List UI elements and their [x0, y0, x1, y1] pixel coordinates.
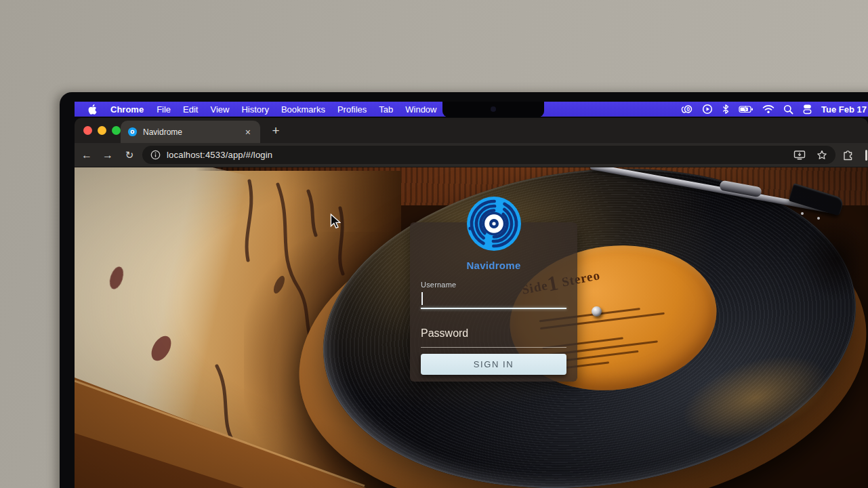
navidrome-login-page: Side1 Stereo — [75, 167, 868, 488]
tab-favicon-navidrome — [127, 127, 138, 137]
address-bar[interactable]: localhost:4533/app/#/login — [142, 146, 835, 164]
profile-avatar-partial[interactable] — [865, 150, 867, 161]
apple-menu-icon[interactable] — [81, 104, 104, 115]
menu-view[interactable]: View — [204, 104, 235, 115]
menubar-app-name[interactable]: Chrome — [104, 104, 150, 115]
forward-button[interactable]: → — [100, 148, 115, 163]
username-input[interactable] — [423, 291, 564, 306]
back-button[interactable]: ← — [79, 148, 94, 163]
turntable-spindle — [592, 306, 602, 317]
camera-dot-icon — [491, 106, 496, 112]
photo-of-laptop: Chrome File Edit View History Bookmarks … — [0, 0, 868, 488]
browser-tab-navidrome[interactable]: Navidrome × — [121, 121, 260, 143]
turntable-shadow — [793, 208, 868, 310]
app-title: Navidrome — [410, 260, 577, 271]
menubar-date[interactable]: Tue Feb 17 — [821, 104, 867, 115]
menu-file[interactable]: File — [150, 104, 177, 115]
svg-text:0: 0 — [686, 106, 690, 113]
password-underline — [421, 347, 566, 348]
reload-button[interactable]: ↻ — [122, 148, 137, 163]
extensions-puzzle-icon[interactable] — [842, 149, 854, 161]
menu-profiles[interactable]: Profiles — [331, 104, 373, 115]
menu-edit[interactable]: Edit — [177, 104, 204, 115]
tab-close-icon[interactable]: × — [243, 126, 253, 138]
wifi-icon[interactable] — [762, 104, 774, 114]
status-app-badge-icon[interactable]: 0 — [681, 104, 693, 115]
menu-bookmarks[interactable]: Bookmarks — [275, 104, 331, 115]
bookmark-star-icon[interactable] — [817, 150, 827, 161]
menubar-left: Chrome File Edit View History Bookmarks … — [75, 104, 473, 115]
omnibox-actions — [793, 146, 827, 164]
password-input[interactable] — [423, 331, 564, 346]
sign-in-button[interactable]: SIGN IN — [421, 354, 566, 375]
save-share-icon[interactable] — [793, 150, 806, 161]
control-center-icon[interactable] — [802, 104, 812, 115]
chrome-tab-strip: Navidrome × + — [75, 118, 868, 143]
new-tab-button[interactable]: + — [266, 121, 286, 141]
username-underline — [421, 308, 566, 309]
bluetooth-icon[interactable] — [722, 104, 730, 115]
site-info-icon[interactable] — [150, 150, 161, 160]
menu-tab[interactable]: Tab — [373, 104, 399, 115]
media-play-icon[interactable] — [702, 104, 713, 115]
camera-notch — [442, 102, 544, 117]
username-label: Username — [421, 281, 456, 289]
battery-charging-icon[interactable] — [739, 104, 753, 115]
menu-history[interactable]: History — [235, 104, 274, 115]
url-text[interactable]: localhost:4533/app/#/login — [167, 150, 272, 160]
laptop-screen: Chrome File Edit View History Bookmarks … — [75, 102, 868, 488]
menubar-status-area: 0 — [681, 102, 868, 117]
laptop-bezel: Chrome File Edit View History Bookmarks … — [60, 92, 868, 488]
menu-window[interactable]: Window — [399, 104, 442, 115]
minimize-window-button[interactable] — [98, 126, 106, 135]
macos-menubar: Chrome File Edit View History Bookmarks … — [75, 102, 868, 117]
mouse-cursor — [329, 214, 341, 228]
text-caret — [421, 292, 423, 305]
chrome-toolbar: ← → ↻ localhost:4533/app/#/login — [75, 143, 868, 167]
tab-title: Navidrome — [143, 127, 243, 137]
window-controls — [83, 126, 121, 135]
spotlight-search-icon[interactable] — [783, 104, 793, 115]
close-window-button[interactable] — [83, 126, 92, 135]
navidrome-logo-icon — [466, 195, 522, 252]
fullscreen-window-button[interactable] — [112, 126, 121, 135]
